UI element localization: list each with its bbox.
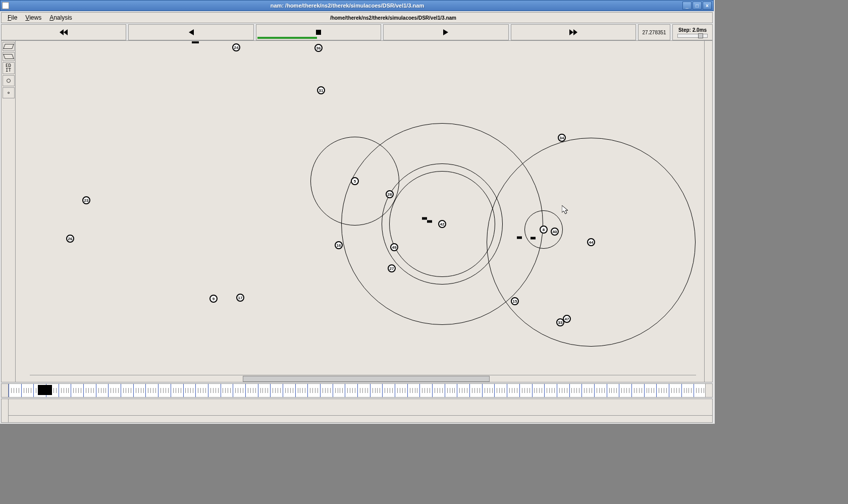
play-button[interactable] bbox=[383, 24, 508, 40]
node-26[interactable]: 26 bbox=[66, 235, 74, 243]
canvas-vscroll[interactable] bbox=[704, 41, 712, 382]
tool-zoom-out[interactable] bbox=[3, 52, 15, 61]
fast-forward-button[interactable] bbox=[511, 24, 636, 40]
minimize-button[interactable]: _ bbox=[682, 2, 692, 10]
step-slider[interactable] bbox=[677, 34, 708, 38]
node-31[interactable]: 31 bbox=[317, 86, 325, 94]
canvas-hscroll[interactable] bbox=[30, 375, 696, 382]
svg-rect-3 bbox=[316, 30, 321, 35]
svg-marker-2 bbox=[189, 29, 194, 35]
screen-blank-bottom bbox=[0, 424, 848, 504]
packet bbox=[517, 237, 522, 239]
timeline-scroll-end[interactable] bbox=[705, 384, 712, 397]
node-17[interactable]: 17 bbox=[236, 294, 244, 302]
node-28[interactable]: 28 bbox=[386, 190, 394, 198]
window-title: nam: /home/therek/ns2/therek/simulacoes/… bbox=[12, 3, 682, 9]
side-toolbar: ED IT bbox=[2, 41, 16, 382]
mouse-cursor bbox=[562, 205, 569, 216]
menu-analysis[interactable]: Analysis bbox=[45, 13, 76, 22]
node-8[interactable]: 8 bbox=[540, 226, 548, 234]
canvas-panel: ED IT 2436313452823428402644164927917154… bbox=[1, 40, 713, 382]
bottom-body bbox=[9, 399, 712, 422]
menu-file[interactable]: File bbox=[4, 13, 21, 22]
timeline-scroll-up[interactable] bbox=[2, 384, 9, 397]
timeline-panel bbox=[1, 383, 713, 398]
node-16[interactable]: 16 bbox=[335, 241, 343, 249]
packet-fragment bbox=[192, 41, 199, 43]
rewind-button[interactable] bbox=[1, 24, 126, 40]
node-34[interactable]: 34 bbox=[558, 134, 566, 142]
menubar: File Views Analysis /home/therek/ns2/the… bbox=[1, 12, 713, 23]
bottom-hscroll[interactable] bbox=[9, 415, 712, 422]
packet bbox=[422, 217, 427, 220]
menu-views[interactable]: Views bbox=[21, 13, 45, 22]
time-display: 27.278351 bbox=[638, 24, 670, 40]
tool-zoom-in[interactable] bbox=[3, 42, 15, 51]
svg-marker-7 bbox=[562, 205, 568, 214]
step-control[interactable]: Step: 2.0ms bbox=[672, 24, 713, 40]
playback-controls: 27.278351 Step: 2.0ms bbox=[1, 24, 713, 40]
app-icon bbox=[2, 2, 9, 9]
timeline-marker[interactable] bbox=[38, 385, 52, 395]
canvas-viewport[interactable]: 2436313452823428402644164927917154733 bbox=[16, 41, 704, 382]
svg-marker-5 bbox=[569, 29, 573, 35]
node-23[interactable]: 23 bbox=[82, 196, 90, 204]
node-49[interactable]: 49 bbox=[390, 243, 398, 251]
step-back-button[interactable] bbox=[128, 24, 253, 40]
step-label: Step: 2.0ms bbox=[678, 27, 707, 33]
svg-marker-0 bbox=[60, 29, 64, 35]
bottom-panel bbox=[1, 399, 713, 423]
packet bbox=[427, 220, 432, 223]
svg-marker-1 bbox=[64, 29, 68, 35]
tool-node-small[interactable] bbox=[3, 87, 15, 98]
svg-marker-6 bbox=[573, 29, 577, 35]
node-36[interactable]: 36 bbox=[314, 44, 323, 52]
node-44[interactable]: 44 bbox=[587, 238, 595, 246]
node-24[interactable]: 24 bbox=[232, 43, 240, 51]
maximize-button[interactable]: □ bbox=[693, 2, 702, 10]
window-titlebar: nam: /home/therek/ns2/therek/simulacoes/… bbox=[0, 0, 714, 11]
simulation-canvas[interactable]: 2436313452823428402644164927917154733 bbox=[16, 41, 704, 382]
node-27[interactable]: 27 bbox=[388, 264, 396, 272]
bottom-vscroll[interactable] bbox=[2, 399, 9, 422]
tool-node-large[interactable] bbox=[3, 75, 15, 86]
node-40[interactable]: 40 bbox=[551, 228, 559, 236]
stop-button[interactable] bbox=[256, 24, 381, 40]
node-15[interactable]: 15 bbox=[511, 297, 519, 305]
svg-marker-4 bbox=[443, 29, 448, 35]
progress-bar bbox=[257, 37, 317, 39]
packet bbox=[531, 237, 536, 240]
node-5[interactable]: 5 bbox=[351, 177, 359, 185]
node-42[interactable]: 42 bbox=[438, 220, 446, 228]
close-button[interactable]: × bbox=[703, 2, 712, 10]
tool-edit[interactable]: ED IT bbox=[3, 62, 15, 74]
file-path-label: /home/therek/ns2/therek/simulacoes/DSR/v… bbox=[76, 15, 710, 21]
node-9[interactable]: 9 bbox=[209, 295, 218, 303]
node-33[interactable]: 33 bbox=[556, 318, 564, 326]
timeline-ruler[interactable] bbox=[9, 384, 705, 397]
